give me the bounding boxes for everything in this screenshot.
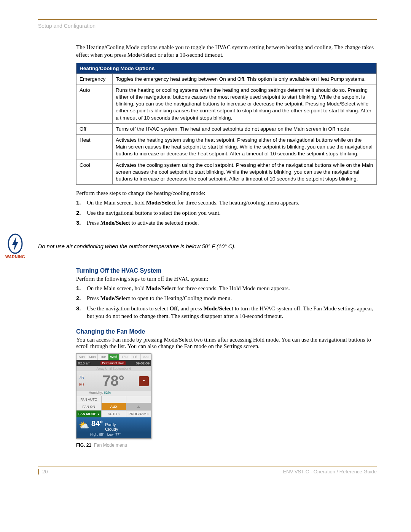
blank-cell-1 (102, 396, 127, 403)
mode-description: Turns off the HVAC system. The heat and … (113, 123, 377, 134)
thermo-hold: Permanent Hold (100, 361, 126, 365)
forecast-desc-1: Partly (105, 422, 116, 427)
off-intro: Perform the following steps to turn off … (76, 276, 377, 282)
heat-setpoint: 80 (79, 382, 88, 387)
list-item: Use the navigation buttons to select Off… (76, 305, 377, 320)
mode-description: Activates the cooling system using the c… (113, 160, 377, 185)
day-tab: Fri (130, 354, 141, 360)
fan-mode-button: FAN MODE ▾ (76, 411, 102, 417)
thermo-away: Away Until September 6 (76, 366, 151, 371)
steps-list-1: On the Main screen, hold Mode/Select for… (76, 199, 377, 227)
day-tab: Sun (76, 354, 87, 360)
steps-list-off: On the Main screen, hold Mode/Select for… (76, 284, 377, 320)
day-tab: Wed (108, 354, 119, 360)
list-item: On the Main screen, hold Mode/Select for… (76, 284, 377, 292)
day-tab: Sat (141, 354, 151, 360)
table-title: Heating/Cooling Mode Options (76, 63, 377, 73)
table-row: AutoRuns the heating or cooling systems … (76, 85, 377, 123)
humidity-value: 62% (104, 391, 111, 395)
warning-text: Do not use air conditioning when the out… (38, 243, 236, 249)
thermo-time: 8:15 am (78, 361, 91, 365)
day-tab: Tue (98, 354, 108, 360)
steps-intro: Perform these steps to change the heatin… (76, 190, 377, 197)
thermostat-figure: SunMonTueWedThuFriSat 8:15 am Permanent … (76, 353, 151, 439)
program-button: PROGRAM ▾ (126, 411, 151, 417)
cool-setpoint: 75 (79, 375, 88, 380)
intro-paragraph: The Heating/Cooling Mode options enable … (76, 43, 377, 59)
forecast-high: High: 85° (90, 433, 104, 436)
section-title-off: Turning Off the HVAC System (76, 267, 377, 274)
warning-icon: WARNING (0, 233, 30, 259)
forecast-low: Low: 77° (107, 433, 121, 436)
table-row: CoolActivates the cooling system using t… (76, 160, 377, 185)
mode-name: Heat (76, 135, 113, 160)
aux-indicator: AUX (102, 403, 127, 410)
forecast-desc-2: Cloudy (105, 427, 118, 431)
day-tab: Thu (119, 354, 130, 360)
mode-name: Off (76, 123, 113, 134)
warning-label: WARNING (0, 255, 30, 259)
list-item: Press Mode/Select to activate the select… (76, 219, 377, 227)
mode-description: Toggles the emergency heat setting betwe… (113, 73, 377, 85)
blank-cell-2 (126, 396, 151, 403)
table-row: EmergencyToggles the emergency heat sett… (76, 73, 377, 85)
sun-cloud-icon: ⛅ (79, 420, 89, 430)
page-number: 20 (38, 469, 48, 474)
indoor-temp: 78° (88, 373, 139, 389)
mode-name: Auto (76, 85, 113, 123)
list-item: Press Mode/Select to open to the Heating… (76, 294, 377, 302)
mode-description: Runs the heating or cooling systems when… (113, 85, 377, 123)
forecast-temp: 84° (91, 419, 103, 428)
mode-name: Cool (76, 160, 113, 185)
flame-icon: ♨ (126, 403, 151, 410)
figure-caption: FIG. 21 Fan Mode menu (76, 443, 377, 448)
humidity-label: Humidity: (89, 391, 103, 395)
list-item: On the Main screen, hold Mode/Select for… (76, 199, 377, 206)
mode-options-table: Heating/Cooling Mode Options EmergencyTo… (76, 63, 377, 185)
fan-intro: You can access Fan mode by pressing Mode… (76, 337, 377, 350)
thermo-date: 09-02-09 (136, 361, 150, 365)
mode-name: Emergency (76, 73, 113, 85)
auto-button: AUTO ▾ (102, 411, 127, 417)
table-row: HeatActivates the heating system using t… (76, 135, 377, 160)
header-section: Setup and Configuration (38, 23, 377, 29)
umbrella-icon: ☂ (139, 376, 149, 386)
footer-doc-title: ENV-VST-C - Operation / Reference Guide (283, 469, 377, 474)
section-title-fan: Changing the Fan Mode (76, 328, 377, 335)
day-tab: Mon (87, 354, 98, 360)
table-row: OffTurns off the HVAC system. The heat a… (76, 123, 377, 134)
fan-auto-choice: FAN AUTO (76, 396, 102, 403)
fan-on-choice: FAN ON (76, 403, 102, 410)
mode-description: Activates the heating system using the h… (113, 135, 377, 160)
list-item: Use the navigational buttons to select t… (76, 209, 377, 217)
